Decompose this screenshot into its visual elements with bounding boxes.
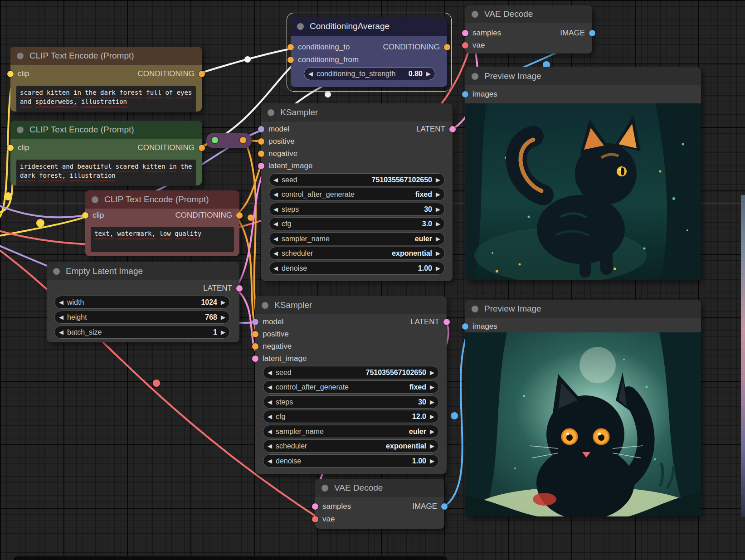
decrement-arrow-icon[interactable]: ◀ — [308, 71, 313, 77]
increment-arrow-icon[interactable]: ▶ — [430, 429, 434, 434]
cfg-widget[interactable]: ◀ cfg 3.0 ▶ — [269, 217, 445, 230]
conditioning-to-strength-widget[interactable]: ◀ conditioning_to_strength 0.80 ▶ — [304, 67, 435, 80]
decrement-arrow-icon[interactable]: ◀ — [273, 236, 278, 242]
steps-widget[interactable]: ◀ steps 30 ▶ — [269, 203, 445, 216]
input-slot-clip[interactable]: clip — [82, 212, 104, 219]
increment-arrow-icon[interactable]: ▶ — [436, 177, 440, 183]
conditioning-socket[interactable] — [199, 71, 205, 77]
collapse-dot-icon[interactable] — [268, 109, 274, 116]
input-slot-negative[interactable]: negative — [258, 151, 297, 157]
reroute-node[interactable] — [206, 133, 252, 148]
batch-size-widget[interactable]: ◀ batch_size 1 ▶ — [54, 326, 230, 339]
scheduler-widget[interactable]: ◀ scheduler exponential ▶ — [269, 247, 445, 260]
node-titlebar[interactable]: Preview Image — [465, 300, 701, 318]
conditioning-socket[interactable] — [258, 151, 264, 157]
reroute-input-socket[interactable] — [212, 137, 218, 143]
sampler-name-widget[interactable]: ◀ sampler_name euler ▶ — [263, 425, 439, 438]
decrement-arrow-icon[interactable]: ◀ — [273, 221, 278, 227]
decrement-arrow-icon[interactable]: ◀ — [273, 191, 278, 197]
prompt-textarea[interactable]: scared kitten in the dark forest full of… — [16, 86, 196, 112]
increment-arrow-icon[interactable]: ▶ — [430, 370, 434, 375]
decrement-arrow-icon[interactable]: ◀ — [273, 177, 278, 183]
collapse-dot-icon[interactable] — [472, 73, 478, 80]
increment-arrow-icon[interactable]: ▶ — [436, 265, 440, 271]
node-clip-text-encode-negative[interactable]: CLIP Text Encode (Prompt) clip CONDITION… — [85, 190, 239, 256]
output-slot-latent[interactable]: LATENT — [416, 126, 456, 132]
collapse-dot-icon[interactable] — [472, 11, 478, 18]
collapse-dot-icon[interactable] — [472, 306, 478, 312]
input-slot-latent-image[interactable]: latent_image — [252, 355, 307, 362]
decrement-arrow-icon[interactable]: ◀ — [59, 299, 63, 305]
input-slot-images[interactable]: images — [462, 323, 497, 330]
latent-socket[interactable] — [449, 126, 456, 132]
latent-socket[interactable] — [462, 30, 468, 36]
image-socket[interactable] — [441, 503, 448, 510]
control-after-generate-widget[interactable]: ◀ control_after_generate fixed ▶ — [263, 380, 439, 394]
increment-arrow-icon[interactable]: ▶ — [436, 191, 440, 197]
decrement-arrow-icon[interactable]: ◀ — [268, 443, 272, 449]
conditioning-socket[interactable] — [252, 331, 258, 337]
denoise-widget[interactable]: ◀ denoise 1.00 ▶ — [263, 454, 439, 467]
collapse-dot-icon[interactable] — [92, 196, 98, 203]
input-slot-latent-image[interactable]: latent_image — [258, 163, 312, 169]
increment-arrow-icon[interactable]: ▶ — [436, 206, 440, 212]
latent-socket[interactable] — [312, 503, 318, 510]
decrement-arrow-icon[interactable]: ◀ — [273, 265, 278, 271]
output-slot-latent[interactable]: LATENT — [203, 285, 243, 292]
conditioning-socket[interactable] — [287, 44, 294, 50]
model-socket[interactable] — [252, 319, 258, 325]
node-titlebar[interactable]: ConditioningAverage — [291, 17, 447, 36]
latent-socket[interactable] — [252, 355, 258, 362]
node-titlebar[interactable]: CLIP Text Encode (Prompt) — [10, 121, 202, 139]
clip-socket[interactable] — [7, 145, 14, 151]
seed-widget[interactable]: ◀ seed 751035567102650 ▶ — [263, 366, 439, 379]
output-slot-conditioning[interactable]: CONDITIONING — [137, 145, 205, 151]
input-slot-vae[interactable]: vae — [312, 516, 335, 522]
decrement-arrow-icon[interactable]: ◀ — [268, 384, 272, 390]
clip-socket[interactable] — [7, 71, 14, 77]
input-slot-conditioning-to[interactable]: conditioning_to — [287, 44, 350, 50]
input-slot-positive[interactable]: positive — [258, 138, 295, 145]
input-slot-model[interactable]: model — [252, 319, 283, 325]
node-titlebar[interactable]: VAE Decode — [465, 5, 592, 23]
sampler-name-widget[interactable]: ◀ sampler_name euler ▶ — [269, 232, 445, 245]
width-widget[interactable]: ◀ width 1024 ▶ — [54, 296, 230, 309]
prompt-textarea[interactable]: text, watermark, low quality — [91, 227, 234, 252]
collapse-dot-icon[interactable] — [321, 485, 328, 492]
seed-widget[interactable]: ◀ seed 751035567102650 ▶ — [269, 173, 445, 186]
node-titlebar[interactable]: KSampler — [255, 296, 447, 314]
increment-arrow-icon[interactable]: ▶ — [426, 71, 431, 77]
height-widget[interactable]: ◀ height 768 ▶ — [54, 311, 230, 324]
latent-socket[interactable] — [258, 163, 264, 169]
decrement-arrow-icon[interactable]: ◀ — [268, 414, 272, 419]
vae-socket[interactable] — [462, 42, 468, 49]
decrement-arrow-icon[interactable]: ◀ — [59, 329, 63, 335]
latent-socket[interactable] — [236, 285, 243, 292]
increment-arrow-icon[interactable]: ▶ — [221, 314, 225, 320]
node-clip-text-encode-positive-2[interactable]: CLIP Text Encode (Prompt) clip CONDITION… — [10, 121, 202, 185]
image-socket[interactable] — [589, 30, 595, 36]
output-slot-conditioning[interactable]: CONDITIONING — [175, 212, 243, 219]
increment-arrow-icon[interactable]: ▶ — [221, 299, 225, 305]
prompt-textarea[interactable]: iridescent and beautiful scared kitten i… — [16, 160, 196, 186]
decrement-arrow-icon[interactable]: ◀ — [268, 370, 272, 375]
output-slot-latent[interactable]: LATENT — [410, 319, 450, 325]
image-socket[interactable] — [462, 91, 468, 97]
node-preview-image-1[interactable]: Preview Image images — [465, 67, 701, 280]
output-slot-conditioning[interactable]: CONDITIONING — [137, 71, 205, 77]
increment-arrow-icon[interactable]: ▶ — [221, 329, 225, 335]
conditioning-socket[interactable] — [258, 138, 264, 145]
clip-socket[interactable] — [82, 212, 88, 219]
model-socket[interactable] — [258, 126, 264, 132]
node-titlebar[interactable]: VAE Decode — [315, 479, 444, 497]
collapse-dot-icon[interactable] — [17, 127, 24, 133]
node-titlebar[interactable]: CLIP Text Encode (Prompt) — [10, 47, 202, 65]
conditioning-socket[interactable] — [199, 145, 205, 151]
node-titlebar[interactable]: Empty Latent Image — [47, 262, 239, 280]
collapse-dot-icon[interactable] — [262, 302, 268, 309]
conditioning-socket[interactable] — [444, 44, 450, 50]
increment-arrow-icon[interactable]: ▶ — [436, 250, 440, 256]
comfyui-node-graph-canvas[interactable]: { "app": {"name_hint": "node graph edito… — [0, 0, 745, 560]
node-empty-latent-image[interactable]: Empty Latent Image LATENT ◀ width 1024 ▶… — [47, 262, 239, 342]
input-slot-clip[interactable]: clip — [7, 145, 29, 151]
